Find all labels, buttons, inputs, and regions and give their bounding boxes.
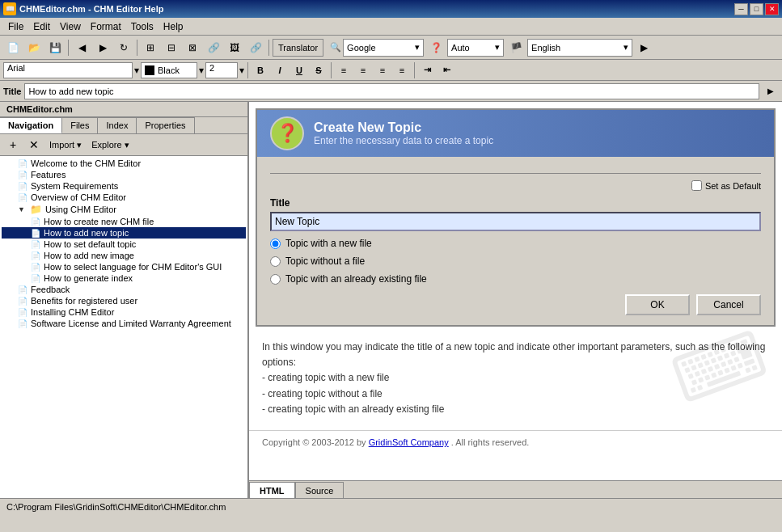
tree-item-label: Features	[31, 170, 66, 179]
cancel-button[interactable]: Cancel	[696, 294, 761, 315]
align-center-btn[interactable]: ≡	[354, 62, 372, 78]
menu-view[interactable]: View	[55, 19, 86, 34]
tree-item-license[interactable]: 📄 Software License and Limited Warranty …	[2, 318, 246, 329]
tab-files[interactable]: Files	[62, 117, 98, 133]
new-btn[interactable]: 📄	[3, 39, 23, 57]
sep3	[268, 40, 269, 56]
add-node-btn[interactable]: +	[3, 136, 23, 154]
radio-existing-file-input[interactable]	[270, 274, 281, 285]
color-dropdown-icon[interactable]: ▾	[199, 65, 204, 76]
forward-btn[interactable]: ▶	[93, 39, 112, 57]
open-btn[interactable]: 📂	[24, 39, 44, 57]
tree-item-label: How to create new CHM file	[44, 217, 154, 226]
tree-item-using[interactable]: ▼ 📁 Using CHM Editor	[2, 203, 246, 216]
dialog-sep1	[270, 173, 761, 174]
close-button[interactable]: ✕	[765, 3, 779, 15]
italic-btn[interactable]: I	[271, 62, 289, 78]
maximize-button[interactable]: □	[750, 3, 763, 15]
tab-source[interactable]: Source	[295, 482, 345, 498]
file-icon: 📄	[31, 274, 40, 283]
tree-item-overview[interactable]: 📄 Overview of CHM Editor	[2, 192, 246, 203]
description-text: In this window you may indicate the titl…	[262, 340, 769, 370]
menu-help[interactable]: Help	[159, 19, 188, 34]
tree-item-index[interactable]: 📄 How to generate index	[2, 272, 246, 284]
google-dropdown[interactable]: Google ▾	[343, 39, 424, 57]
auto-dropdown[interactable]: Auto ▾	[447, 39, 504, 57]
size-selector[interactable]: 2	[205, 62, 238, 78]
menu-tools[interactable]: Tools	[126, 19, 159, 34]
tree-item-sysreq[interactable]: 📄 System Requirements	[2, 180, 246, 192]
tree-item-installing[interactable]: 📄 Installing CHM Editor	[2, 306, 246, 318]
address-input[interactable]	[24, 83, 759, 99]
font-selector[interactable]: Arial	[3, 62, 133, 78]
minimize-button[interactable]: ─	[734, 3, 748, 15]
strikethrough-btn[interactable]: S	[310, 62, 328, 78]
tab-properties[interactable]: Properties	[137, 117, 194, 133]
btn8[interactable]: 🔗	[246, 39, 265, 57]
tree-item-setdefault[interactable]: 📄 How to set default topic	[2, 239, 246, 250]
remove-node-btn[interactable]: ✕	[24, 136, 44, 154]
ok-button[interactable]: OK	[625, 294, 690, 315]
title-input[interactable]	[270, 212, 761, 231]
refresh-btn[interactable]: ↻	[114, 39, 133, 57]
tree-item-addtopic[interactable]: 📄 How to add new topic	[2, 227, 246, 239]
back-btn[interactable]: ◀	[72, 39, 91, 57]
tab-index[interactable]: Index	[98, 117, 137, 133]
bold-btn[interactable]: B	[252, 62, 269, 78]
option2: - creating topic without a file	[262, 386, 769, 402]
lang-go-btn[interactable]: ▶	[634, 39, 653, 57]
btn6[interactable]: 🔗	[204, 39, 223, 57]
menu-bar: File Edit View Format Tools Help	[0, 18, 782, 36]
align-left-btn[interactable]: ≡	[335, 62, 353, 78]
radio-no-file[interactable]: Topic without a file	[270, 255, 761, 267]
tree-item-benefits[interactable]: 📄 Benefits for registered user	[2, 295, 246, 306]
tree-item-label: Using CHM Editor	[45, 205, 116, 214]
radio-new-file-input[interactable]	[270, 239, 281, 249]
color-selector[interactable]: Black	[141, 62, 197, 78]
english-dropdown[interactable]: English ▾	[527, 39, 632, 57]
outdent-btn[interactable]: ⇤	[437, 62, 455, 78]
copyright-pre: Copyright © 2003-2012 by	[262, 437, 369, 447]
fmt-sep1	[247, 62, 248, 78]
tree-item-feedback[interactable]: 📄 Feedback	[2, 284, 246, 295]
copyright-link[interactable]: GridinSoft Company	[369, 437, 449, 447]
set-as-default-label[interactable]: Set as Default	[691, 180, 761, 191]
tree-item-welcome[interactable]: 📄 Welcome to the CHM Editor	[2, 158, 246, 169]
radio-existing-file[interactable]: Topic with an already existing file	[270, 273, 761, 285]
dialog-title: Create New Topic	[314, 120, 493, 135]
align-right-btn[interactable]: ≡	[374, 62, 391, 78]
size-dropdown-icon[interactable]: ▾	[239, 65, 244, 76]
menu-format[interactable]: Format	[86, 19, 126, 34]
btn3[interactable]: ⊞	[141, 39, 160, 57]
default-row: Set as Default	[270, 180, 761, 191]
menu-file[interactable]: File	[3, 19, 28, 34]
underline-btn[interactable]: U	[290, 62, 308, 78]
set-as-default-checkbox[interactable]	[691, 180, 702, 191]
file-icon: 📄	[18, 319, 27, 328]
tree-item-create[interactable]: 📄 How to create new CHM file	[2, 216, 246, 227]
save-btn[interactable]: 💾	[45, 39, 65, 57]
import-btn[interactable]: Import ▾	[45, 136, 86, 154]
btn5[interactable]: ⊠	[183, 39, 202, 57]
tab-navigation[interactable]: Navigation	[0, 117, 62, 133]
btn7[interactable]: 🖼	[225, 39, 244, 57]
radio-new-file[interactable]: Topic with a new file	[270, 238, 761, 249]
tree-item-language[interactable]: 📄 How to select language for CHM Editor'…	[2, 261, 246, 272]
btn4[interactable]: ⊟	[162, 39, 181, 57]
indent-btn[interactable]: ⇥	[418, 62, 436, 78]
tree-item-label: Software License and Limited Warranty Ag…	[31, 319, 231, 328]
file-icon: 📄	[18, 297, 27, 306]
tree-item-label: System Requirements	[31, 181, 118, 191]
menu-edit[interactable]: Edit	[28, 19, 55, 34]
address-go-btn[interactable]: ▶	[763, 83, 779, 99]
expand-icon: ▼	[18, 205, 25, 213]
explore-btn[interactable]: Explore ▾	[87, 136, 133, 154]
left-panel: CHMEditor.chm Navigation Files Index Pro…	[0, 102, 249, 498]
radio-no-file-input[interactable]	[270, 256, 281, 267]
font-dropdown-icon[interactable]: ▾	[134, 65, 139, 76]
tab-html[interactable]: HTML	[249, 482, 295, 498]
align-justify-btn[interactable]: ≡	[393, 62, 411, 78]
title-field-label: Title	[270, 197, 761, 209]
tree-item-addimage[interactable]: 📄 How to add new image	[2, 250, 246, 261]
tree-item-features[interactable]: 📄 Features	[2, 169, 246, 180]
